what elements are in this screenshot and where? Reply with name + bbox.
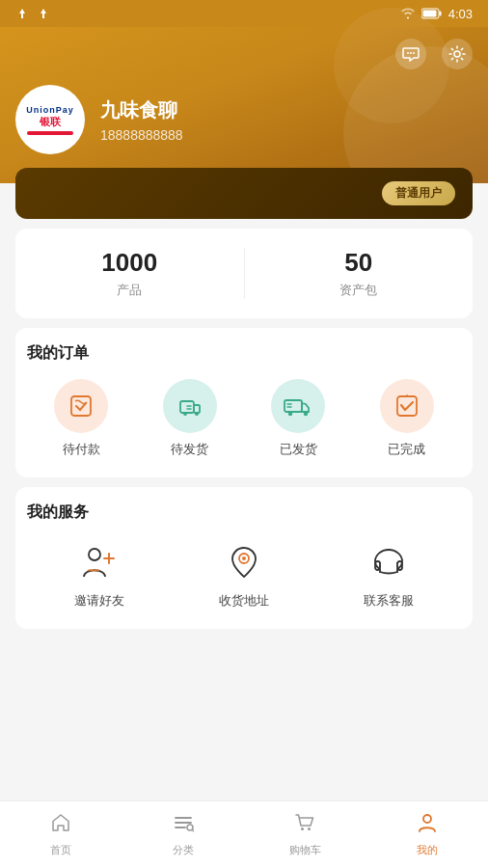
svg-point-13 — [183, 412, 187, 416]
service-label-support: 联系客服 — [364, 592, 414, 610]
shipping-pending-icon — [176, 392, 204, 420]
service-label-invite: 邀请好友 — [74, 592, 124, 610]
stat-label-products: 产品 — [15, 282, 244, 299]
chat-icon — [402, 46, 420, 62]
shipped-icon-circle — [271, 379, 325, 433]
svg-point-41 — [301, 827, 304, 830]
address-icon — [221, 538, 267, 584]
svg-point-32 — [379, 562, 381, 564]
services-title: 我的服务 — [27, 502, 461, 523]
download-icon — [15, 7, 29, 20]
cart-icon — [294, 812, 315, 833]
user-name: 九味食聊 — [100, 97, 183, 123]
wifi-icon — [400, 8, 416, 19]
nav-label-profile: 我的 — [417, 843, 438, 857]
user-phone: 18888888888 — [100, 127, 183, 143]
unionpay-logo: UnionPay 银联 — [21, 95, 79, 144]
profile-icon — [417, 812, 438, 833]
service-label-address: 收货地址 — [219, 592, 269, 610]
order-item-completed[interactable]: 已完成 — [380, 379, 434, 458]
order-label-completed: 已完成 — [388, 441, 425, 458]
order-item-pending-payment[interactable]: 待付款 — [54, 379, 108, 458]
order-grid: 待付款 待发货 — [27, 379, 461, 458]
svg-marker-1 — [41, 9, 46, 18]
category-icon — [173, 812, 194, 833]
status-bar-right: 4:03 — [400, 7, 473, 21]
nav-label-cart: 购物车 — [289, 843, 321, 857]
order-label-pending-payment: 待付款 — [63, 441, 100, 458]
svg-point-14 — [195, 412, 199, 416]
svg-point-35 — [396, 565, 398, 567]
svg-rect-22 — [397, 396, 417, 416]
stat-value-products: 1000 — [15, 248, 244, 278]
header-icons-row — [15, 39, 473, 69]
svg-point-18 — [288, 412, 292, 416]
home-nav-icon — [50, 812, 71, 839]
header-section: UnionPay 银联 九味食聊 18888888888 — [0, 27, 488, 183]
nav-label-category: 分类 — [173, 843, 194, 857]
svg-point-23 — [89, 549, 100, 560]
svg-point-42 — [308, 827, 311, 830]
stat-value-assets: 50 — [245, 248, 474, 278]
battery-icon — [421, 8, 443, 19]
shipped-icon — [283, 393, 313, 420]
svg-marker-0 — [19, 9, 25, 18]
nav-item-cart[interactable]: 购物车 — [244, 801, 366, 868]
svg-rect-17 — [285, 400, 302, 412]
order-item-shipped[interactable]: 已发货 — [271, 379, 325, 458]
profile-nav-icon — [417, 812, 438, 839]
stat-item-assets[interactable]: 50 资产包 — [244, 248, 474, 299]
service-grid: 邀请好友 收货地址 — [27, 538, 461, 610]
status-bar-left — [15, 7, 50, 20]
orders-section: 我的订单 待付款 — [15, 328, 473, 477]
order-label-pending-ship: 待发货 — [171, 441, 208, 458]
nav-item-home[interactable]: 首页 — [0, 801, 122, 868]
svg-point-7 — [413, 52, 415, 54]
service-item-support[interactable]: 联系客服 — [316, 538, 461, 610]
home-icon — [50, 812, 71, 833]
nav-item-category[interactable]: 分类 — [122, 801, 245, 868]
download2-icon — [37, 7, 50, 20]
services-section: 我的服务 邀请好友 — [15, 487, 473, 629]
svg-rect-9 — [71, 396, 91, 416]
completed-icon-circle — [380, 379, 434, 433]
invite-friends-icon — [80, 542, 119, 581]
svg-rect-4 — [422, 11, 436, 17]
svg-point-34 — [396, 562, 398, 564]
svg-point-19 — [304, 412, 308, 416]
order-label-shipped: 已发货 — [280, 441, 317, 458]
svg-point-43 — [423, 815, 431, 823]
customer-service-icon — [369, 542, 408, 581]
nav-label-home: 首页 — [50, 843, 71, 857]
svg-point-27 — [242, 556, 246, 560]
profile-info: 九味食聊 18888888888 — [100, 97, 183, 143]
avatar: UnionPay 银联 — [15, 85, 85, 154]
bottom-nav: 首页 分类 购物车 — [0, 800, 488, 868]
support-icon — [366, 538, 412, 584]
completed-icon — [393, 392, 421, 420]
category-nav-icon — [173, 812, 194, 839]
orders-title: 我的订单 — [27, 343, 461, 364]
nav-item-profile[interactable]: 我的 — [366, 801, 489, 868]
order-item-pending-ship[interactable]: 待发货 — [163, 379, 217, 458]
svg-point-6 — [410, 52, 412, 54]
profile-row: UnionPay 银联 九味食聊 18888888888 — [15, 85, 473, 154]
svg-line-40 — [192, 829, 194, 831]
service-item-invite[interactable]: 邀请好友 — [27, 538, 172, 610]
chat-button[interactable] — [395, 39, 426, 69]
invite-icon — [76, 538, 122, 584]
status-bar: 4:03 — [0, 0, 488, 27]
pending-payment-icon-circle — [54, 379, 108, 433]
svg-rect-3 — [439, 12, 441, 16]
cart-nav-icon — [294, 812, 315, 839]
address-location-icon — [225, 542, 263, 581]
payment-icon — [67, 392, 95, 420]
service-item-address[interactable]: 收货地址 — [172, 538, 316, 610]
svg-rect-10 — [180, 401, 194, 413]
member-badge: 普通用户 — [382, 181, 455, 205]
stats-section: 1000 产品 50 资产包 — [15, 229, 473, 318]
time-display: 4:03 — [448, 7, 473, 21]
pending-ship-icon-circle — [163, 379, 217, 433]
settings-button[interactable] — [442, 39, 473, 69]
stat-item-products[interactable]: 1000 产品 — [15, 248, 244, 299]
